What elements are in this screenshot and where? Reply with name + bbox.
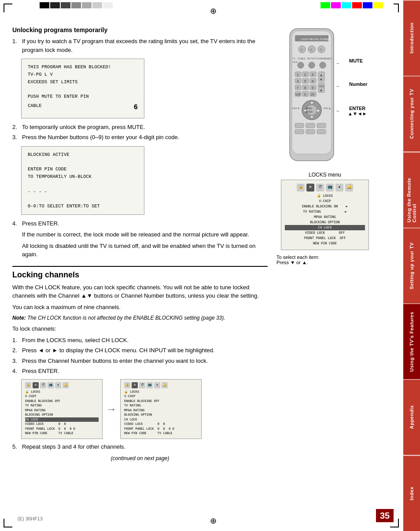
ch-lock-box-1: 🔒 ⚙ ⏱ 📺 ★ 🔔 🔒 LOCKS V-CHIP ENABLE BLOCKI… [21, 379, 103, 439]
locking-title: Locking channels [12, 266, 268, 280]
svg-text:VCR: VCR [292, 61, 298, 63]
ch-lock-icons-1: 🔒 ⚙ ⏱ 📺 ★ 🔔 [25, 382, 99, 388]
crosshair-top [210, 6, 219, 15]
number-label: Number [349, 81, 368, 87]
screen1-line3: EXCEEDS SET LIMITS [28, 78, 138, 86]
svg-text:▲: ▲ [320, 74, 323, 77]
svg-text:FAV▲: FAV▲ [324, 107, 331, 110]
step4: 4. Press ENTER. [12, 219, 268, 228]
sidebar-tab-setting-up[interactable]: Setting up your TV [403, 228, 420, 303]
select-line1: To select each item: [276, 254, 373, 260]
ch-lock-content-1: 🔒 LOCKS V-CHIP ENABLE BLOCKING OFF TV RA… [25, 390, 99, 436]
sidebar-tab-appendix[interactable]: Appendix [403, 379, 420, 455]
svg-text:1: 1 [297, 73, 299, 77]
svg-point-50 [306, 105, 317, 115]
lock-step2: 2. Press ◄ or ► to display the CH LOCK m… [12, 346, 268, 355]
sidebar-tab-remote[interactable]: Using the Remote Control [403, 152, 420, 228]
color-bars-top [40, 2, 113, 8]
lock-step2-text: Press ◄ or ► to display the CH LOCK menu… [22, 346, 214, 355]
select-text-container: To select each item: Press ▼ or ▲. [276, 254, 373, 265]
locks-menu-container: LOCKS menu 🔒 ⚙ ⏱ 📺 ★ 🔔 🔒 LOCKS [276, 172, 373, 265]
remote-wrapper: LIGHT RECALL POWER ⊙ ⊙ ⊙ TV CABLE MUTE T… [276, 26, 356, 167]
ch-lock-box-2: 🔒 ⚙ ⏱ 📺 ★ 🔔 🔒 LOCKS V-CHIP ENABLE BLOCKI… [120, 379, 202, 439]
svg-text:2: 2 [304, 73, 306, 77]
right-column: LIGHT RECALL POWER ⊙ ⊙ ⊙ TV CABLE MUTE T… [276, 26, 373, 466]
enter-label: ENTER [349, 106, 365, 111]
svg-text:100: 100 [295, 93, 301, 96]
svg-text:9: 9 [312, 86, 314, 90]
svg-text:►: ► [317, 108, 321, 113]
icon-tv-1: 📺 [48, 382, 54, 388]
locks-menu-icons: 🔒 ⚙ ⏱ 📺 ★ 🔔 [285, 184, 365, 192]
lock-step4: 4. Press ENTER. [12, 367, 268, 376]
svg-text:TIMER: TIMER [324, 57, 332, 60]
sidebar-tab-introduction[interactable]: Introduction [403, 0, 420, 76]
page-number: 35 [376, 509, 394, 522]
screen2-line6: - - - - [28, 188, 138, 195]
to-lock-label: To lock channels: [12, 324, 268, 333]
screen2-line3: ENTER PIN CODE [28, 166, 138, 173]
icon-star-1: ★ [55, 382, 61, 388]
step1: 1. If you try to watch a TV program that… [12, 37, 268, 54]
svg-text:FAV▼: FAV▼ [292, 107, 300, 110]
svg-text:MENU: MENU [306, 107, 312, 110]
step4-detail1: If the number is correct, the lock mode … [22, 230, 268, 239]
svg-text:5: 5 [304, 79, 306, 83]
lock-step3-text: Press the Channel Number buttons to ente… [22, 357, 208, 365]
svg-text:7: 7 [297, 86, 299, 90]
lock-step4-text: Press ENTER. [22, 367, 59, 376]
screen2-line5 [28, 181, 138, 188]
screen1-cable: CABLE 6 [28, 102, 138, 114]
content-area: Unlocking programs temporarily 1. If you… [12, 26, 398, 466]
continued-text: (continued on next page) [12, 455, 268, 461]
select-line2: Press ▼ or ▲. [276, 260, 373, 265]
crosshair-bottom [210, 516, 219, 525]
screen-box-2: BLOCKING ACTIVE ENTER PIN CODE TO TEMPOR… [21, 146, 144, 215]
screen1-cable-num: 6 [133, 102, 138, 114]
locking-intro: With the CH LOCK feature, you can lock s… [12, 283, 268, 300]
ch-lock-icons-2: 🔒 ⚙ ⏱ 📺 ★ 🔔 [124, 382, 198, 388]
locks-menu-items: 🔒 LOCKS V-CHIP ENABLE BLOCKING ON ► TV R… [285, 193, 365, 246]
mute-arrow: ← [336, 61, 340, 66]
svg-rect-62 [295, 129, 304, 134]
menu-icon-3: ⏱ [316, 184, 324, 192]
svg-rect-64 [317, 129, 326, 134]
sidebar-tab-connecting[interactable]: Connecting your TV [403, 76, 420, 151]
svg-rect-59 [295, 123, 304, 128]
ch-lock-content-2: 🔒 LOCKS V-CHIP ENABLE BLOCKING OFF TV RA… [124, 390, 198, 436]
left-column: Unlocking programs temporarily 1. If you… [12, 26, 268, 466]
lock-step1: 1. From the LOCKS menu, select CH LOCK. [12, 336, 268, 345]
svg-text:▼: ▼ [320, 78, 323, 81]
ch-lock-images: 🔒 ⚙ ⏱ 📺 ★ 🔔 🔒 LOCKS V-CHIP ENABLE BLOCKI… [21, 379, 268, 439]
svg-text:⊙: ⊙ [300, 48, 303, 51]
svg-text:MUTE: MUTE [307, 57, 314, 60]
svg-point-16 [298, 62, 304, 68]
svg-point-18 [320, 62, 326, 68]
sidebar-tab-index[interactable]: Index [403, 455, 420, 531]
screen2-line2 [28, 158, 138, 166]
screen1-line4 [28, 85, 138, 93]
screen1-line2: TV-PG L V [28, 71, 138, 78]
svg-rect-60 [306, 123, 315, 128]
icon-clock-2: ⏱ [139, 382, 145, 388]
section1-title: Unlocking programs temporarily [12, 26, 268, 33]
sidebar-tab-features[interactable]: Using the TV's Features [403, 303, 420, 379]
menu-icon-6: 🔔 [345, 184, 353, 192]
svg-text:LIGHT  RECALL  POWER: LIGHT RECALL POWER [301, 38, 330, 41]
lock-step5-text: Repeat steps 3 and 4 for other channels. [22, 442, 125, 451]
mute-label: MUTE [349, 58, 363, 63]
menu-icon-1: 🔒 [297, 184, 305, 192]
icon-clock-1: ⏱ [40, 382, 46, 388]
svg-text:▼: ▼ [320, 89, 323, 92]
svg-text:6: 6 [312, 79, 314, 83]
color-bars-right [321, 2, 394, 8]
svg-rect-61 [317, 123, 326, 128]
svg-text:⊙: ⊙ [320, 48, 322, 51]
svg-text:4: 4 [297, 79, 299, 83]
icon-bell-2: 🔔 [162, 382, 168, 388]
svg-text:20: 20 [311, 93, 314, 96]
menu-icon-2: ⚙ [306, 184, 314, 192]
step4-text: Press ENTER. [22, 219, 59, 228]
icon-bell-1: 🔔 [63, 382, 69, 388]
icon-lock-1: 🔒 [25, 382, 31, 388]
